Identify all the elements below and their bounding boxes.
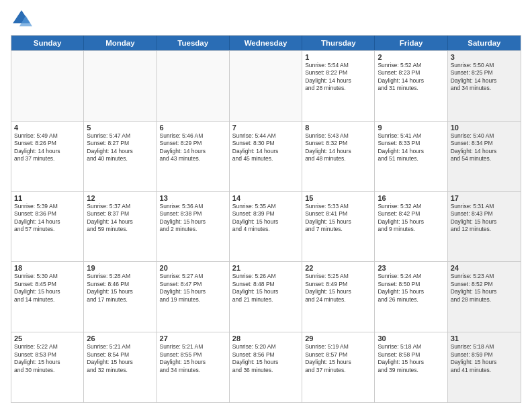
calendar-cell: 8Sunrise: 5:43 AM Sunset: 8:32 PM Daylig… [302,122,375,191]
day-info: Sunrise: 5:32 AM Sunset: 8:42 PM Dayligh… [378,203,444,234]
calendar-body: 1Sunrise: 5:54 AM Sunset: 8:22 PM Daylig… [11,50,521,402]
day-number: 17 [451,194,518,202]
day-number: 11 [14,194,81,202]
calendar-week-row: 4Sunrise: 5:49 AM Sunset: 8:26 PM Daylig… [11,121,521,191]
calendar-cell: 10Sunrise: 5:40 AM Sunset: 8:34 PM Dayli… [448,122,521,191]
day-info: Sunrise: 5:43 AM Sunset: 8:32 PM Dayligh… [305,132,371,163]
logo-icon [11,8,32,30]
day-info: Sunrise: 5:18 AM Sunset: 8:58 PM Dayligh… [378,343,444,374]
calendar-cell: 24Sunrise: 5:23 AM Sunset: 8:52 PM Dayli… [448,262,521,332]
calendar-cell: 4Sunrise: 5:49 AM Sunset: 8:26 PM Daylig… [11,122,84,191]
day-number: 4 [14,124,81,132]
day-info: Sunrise: 5:47 AM Sunset: 8:27 PM Dayligh… [87,132,153,163]
calendar-cell: 9Sunrise: 5:41 AM Sunset: 8:33 PM Daylig… [375,122,447,191]
day-number: 1 [305,53,371,61]
day-number: 29 [305,334,371,342]
calendar-cell [84,51,157,121]
day-info: Sunrise: 5:19 AM Sunset: 8:57 PM Dayligh… [305,343,371,374]
calendar-cell: 28Sunrise: 5:20 AM Sunset: 8:56 PM Dayli… [230,332,302,402]
day-info: Sunrise: 5:40 AM Sunset: 8:34 PM Dayligh… [451,132,518,163]
calendar-cell: 11Sunrise: 5:39 AM Sunset: 8:36 PM Dayli… [11,192,84,262]
calendar-week-row: 1Sunrise: 5:54 AM Sunset: 8:22 PM Daylig… [11,50,521,121]
day-number: 23 [378,264,444,272]
calendar-cell: 19Sunrise: 5:28 AM Sunset: 8:46 PM Dayli… [84,262,157,332]
day-info: Sunrise: 5:37 AM Sunset: 8:37 PM Dayligh… [87,203,153,234]
calendar-header-day: Friday [375,36,447,50]
calendar-week-row: 25Sunrise: 5:22 AM Sunset: 8:53 PM Dayli… [11,332,521,402]
day-info: Sunrise: 5:44 AM Sunset: 8:30 PM Dayligh… [232,132,299,163]
day-number: 27 [160,334,226,342]
day-number: 31 [451,334,518,342]
calendar-cell: 6Sunrise: 5:46 AM Sunset: 8:29 PM Daylig… [157,122,230,191]
calendar-cell: 7Sunrise: 5:44 AM Sunset: 8:30 PM Daylig… [230,122,302,191]
day-number: 14 [232,194,299,202]
calendar-cell: 22Sunrise: 5:25 AM Sunset: 8:49 PM Dayli… [302,262,375,332]
day-info: Sunrise: 5:36 AM Sunset: 8:38 PM Dayligh… [160,203,226,234]
calendar-cell: 3Sunrise: 5:50 AM Sunset: 8:25 PM Daylig… [448,51,521,121]
day-number: 9 [378,124,444,132]
day-info: Sunrise: 5:30 AM Sunset: 8:45 PM Dayligh… [14,273,81,304]
day-info: Sunrise: 5:54 AM Sunset: 8:22 PM Dayligh… [305,62,371,93]
calendar-cell: 14Sunrise: 5:35 AM Sunset: 8:39 PM Dayli… [230,192,302,262]
day-number: 2 [378,53,444,61]
day-info: Sunrise: 5:26 AM Sunset: 8:48 PM Dayligh… [232,273,299,304]
calendar-cell: 31Sunrise: 5:18 AM Sunset: 8:59 PM Dayli… [448,332,521,402]
day-number: 3 [451,53,518,61]
day-info: Sunrise: 5:35 AM Sunset: 8:39 PM Dayligh… [232,203,299,234]
calendar-cell: 26Sunrise: 5:21 AM Sunset: 8:54 PM Dayli… [84,332,157,402]
calendar-week-row: 11Sunrise: 5:39 AM Sunset: 8:36 PM Dayli… [11,191,521,262]
logo [11,8,35,30]
day-info: Sunrise: 5:52 AM Sunset: 8:23 PM Dayligh… [378,62,444,93]
calendar-header-day: Wednesday [230,36,302,50]
calendar-header-day: Monday [84,36,157,50]
day-number: 6 [160,124,226,132]
calendar-header-day: Sunday [11,36,84,50]
day-number: 20 [160,264,226,272]
calendar-cell [157,51,230,121]
day-number: 5 [87,124,153,132]
calendar-cell [11,51,84,121]
day-info: Sunrise: 5:31 AM Sunset: 8:43 PM Dayligh… [451,203,518,234]
day-info: Sunrise: 5:18 AM Sunset: 8:59 PM Dayligh… [451,343,518,374]
day-number: 30 [378,334,444,342]
calendar-cell: 29Sunrise: 5:19 AM Sunset: 8:57 PM Dayli… [302,332,375,402]
calendar-header-day: Saturday [448,36,521,50]
day-info: Sunrise: 5:46 AM Sunset: 8:29 PM Dayligh… [160,132,226,163]
calendar-cell: 25Sunrise: 5:22 AM Sunset: 8:53 PM Dayli… [11,332,84,402]
calendar-header-day: Tuesday [157,36,230,50]
day-number: 7 [232,124,299,132]
day-number: 19 [87,264,153,272]
calendar: SundayMondayTuesdayWednesdayThursdayFrid… [11,35,521,403]
calendar-cell: 21Sunrise: 5:26 AM Sunset: 8:48 PM Dayli… [230,262,302,332]
calendar-cell: 15Sunrise: 5:33 AM Sunset: 8:41 PM Dayli… [302,192,375,262]
calendar-week-row: 18Sunrise: 5:30 AM Sunset: 8:45 PM Dayli… [11,261,521,332]
day-info: Sunrise: 5:49 AM Sunset: 8:26 PM Dayligh… [14,132,81,163]
day-number: 24 [451,264,518,272]
day-number: 13 [160,194,226,202]
day-info: Sunrise: 5:20 AM Sunset: 8:56 PM Dayligh… [232,343,299,374]
day-info: Sunrise: 5:50 AM Sunset: 8:25 PM Dayligh… [451,62,518,93]
calendar-cell: 30Sunrise: 5:18 AM Sunset: 8:58 PM Dayli… [375,332,447,402]
day-info: Sunrise: 5:27 AM Sunset: 8:47 PM Dayligh… [160,273,226,304]
calendar-cell: 18Sunrise: 5:30 AM Sunset: 8:45 PM Dayli… [11,262,84,332]
day-number: 28 [232,334,299,342]
day-number: 22 [305,264,371,272]
day-number: 25 [14,334,81,342]
day-info: Sunrise: 5:22 AM Sunset: 8:53 PM Dayligh… [14,343,81,374]
day-info: Sunrise: 5:39 AM Sunset: 8:36 PM Dayligh… [14,203,81,234]
day-number: 16 [378,194,444,202]
calendar-cell: 1Sunrise: 5:54 AM Sunset: 8:22 PM Daylig… [302,51,375,121]
header [11,8,521,30]
page: SundayMondayTuesdayWednesdayThursdayFrid… [0,0,532,411]
day-info: Sunrise: 5:23 AM Sunset: 8:52 PM Dayligh… [451,273,518,304]
day-number: 15 [305,194,371,202]
calendar-cell: 12Sunrise: 5:37 AM Sunset: 8:37 PM Dayli… [84,192,157,262]
day-number: 26 [87,334,153,342]
calendar-cell: 17Sunrise: 5:31 AM Sunset: 8:43 PM Dayli… [448,192,521,262]
calendar-cell: 20Sunrise: 5:27 AM Sunset: 8:47 PM Dayli… [157,262,230,332]
day-number: 18 [14,264,81,272]
calendar-cell: 27Sunrise: 5:21 AM Sunset: 8:55 PM Dayli… [157,332,230,402]
day-info: Sunrise: 5:28 AM Sunset: 8:46 PM Dayligh… [87,273,153,304]
day-info: Sunrise: 5:41 AM Sunset: 8:33 PM Dayligh… [378,132,444,163]
calendar-cell: 2Sunrise: 5:52 AM Sunset: 8:23 PM Daylig… [375,51,447,121]
